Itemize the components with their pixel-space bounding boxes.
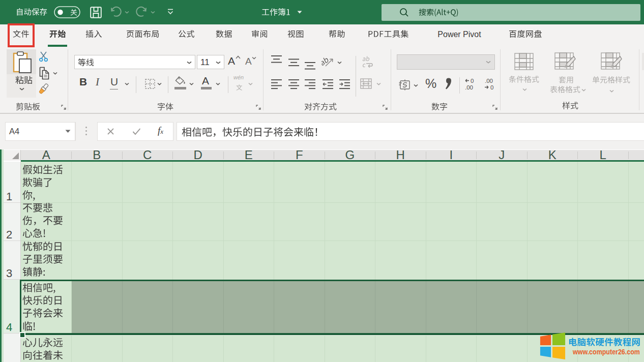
svg-text:.00: .00 xyxy=(465,84,473,90)
svg-text:0: 0 xyxy=(471,78,474,84)
svg-text:0: 0 xyxy=(490,84,493,90)
svg-text:.00: .00 xyxy=(485,78,493,84)
